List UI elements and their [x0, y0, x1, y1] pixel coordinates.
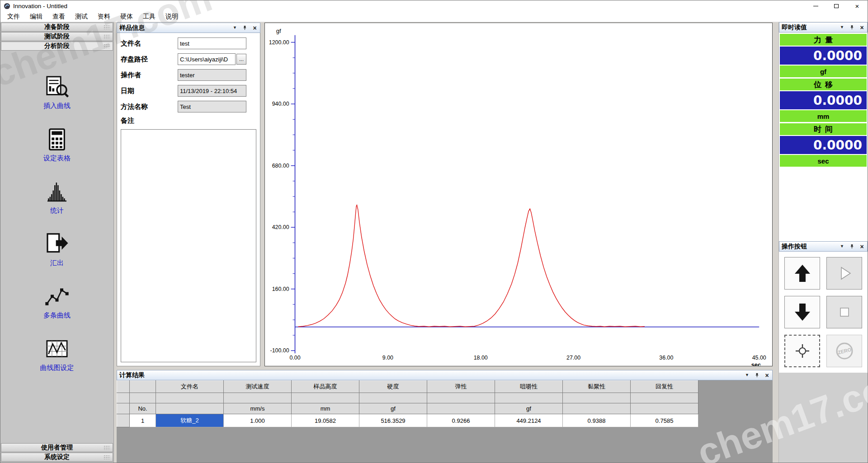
header-cell-height: 样品高度 — [292, 381, 359, 393]
sidebar: 准备阶段 测试阶段 分析阶段 插入曲线 — [0, 22, 114, 463]
chevron-down-icon[interactable]: ▼ — [839, 243, 845, 249]
sidebar-item-analysis-stage[interactable]: 分析阶段 — [1, 42, 113, 51]
table-setup-icon — [44, 126, 70, 152]
header-cell-file: 文件名 — [156, 381, 224, 393]
file-name-field[interactable] — [178, 37, 246, 49]
operator-field[interactable] — [178, 69, 246, 81]
close-icon[interactable]: × — [764, 372, 770, 378]
header-cell-cohesiveness: 黏聚性 — [563, 381, 631, 393]
field-row: 日期 — [121, 85, 256, 97]
table-setup-button[interactable]: 设定表格 — [43, 126, 71, 163]
file-name-label: 文件名 — [121, 39, 178, 48]
tool-label: 统计 — [50, 206, 64, 215]
tool-label: 插入曲线 — [43, 102, 71, 110]
results-table: 文件名 测试速度 样品高度 硬度 弹性 咀嚼性 黏聚性 回复性 — [117, 380, 698, 427]
panel-title: 计算结果 — [119, 371, 145, 379]
start-test-button[interactable] — [826, 257, 862, 290]
sidebar-item-system-settings[interactable]: 系统设定 — [1, 453, 113, 462]
insert-curve-button[interactable]: 插入曲线 — [43, 74, 71, 110]
close-button[interactable]: × — [847, 0, 868, 11]
panel-title: 操作按钮 — [782, 243, 807, 251]
resilience-cell[interactable]: 0.7585 — [631, 414, 698, 427]
analysis-tools: 插入曲线 设定表格 — [0, 51, 113, 443]
panel-header-controls: ▼ × — [232, 25, 258, 31]
header-cell-resilience: 回复性 — [631, 381, 698, 393]
notes-field[interactable] — [121, 129, 256, 362]
pin-icon[interactable] — [849, 243, 855, 249]
unit-cell: gf — [359, 403, 427, 414]
chewiness-cell[interactable]: 449.2124 — [495, 414, 563, 427]
save-path-field[interactable] — [178, 53, 236, 65]
pin-icon[interactable] — [849, 24, 855, 30]
springiness-cell[interactable]: 0.9266 — [427, 414, 495, 427]
menu-edit[interactable]: 编辑 — [25, 12, 47, 22]
curve-settings-button[interactable]: 曲线图设定 — [40, 336, 74, 372]
method-name-field[interactable] — [178, 101, 246, 112]
up-arrow-icon — [792, 262, 813, 284]
close-icon[interactable]: × — [859, 243, 865, 249]
stop-test-button[interactable] — [826, 296, 862, 328]
save-path-label: 存盘路径 — [121, 55, 178, 64]
header-cell — [495, 393, 563, 403]
svg-text:ZERO: ZERO — [837, 346, 852, 355]
header-cell — [130, 393, 156, 403]
pin-icon[interactable] — [754, 372, 760, 378]
chevron-down-icon[interactable]: ▼ — [839, 24, 845, 30]
file-name-cell[interactable]: 软糖_2 — [156, 414, 224, 427]
move-down-button[interactable] — [784, 296, 820, 328]
move-up-button[interactable] — [784, 257, 820, 290]
play-icon — [834, 262, 855, 284]
header-cell — [631, 393, 698, 403]
date-field[interactable] — [178, 85, 246, 97]
statistics-button[interactable]: 统计 — [44, 179, 70, 215]
ops-header: 操作按钮 ▼ × — [779, 241, 868, 252]
chevron-down-icon[interactable]: ▼ — [744, 372, 750, 378]
row-header-cell[interactable] — [117, 414, 130, 427]
close-icon[interactable]: × — [859, 24, 865, 30]
export-icon — [44, 231, 70, 257]
export-button[interactable]: 汇出 — [44, 231, 70, 267]
down-arrow-icon — [792, 301, 813, 323]
unit-cell: mm — [292, 403, 359, 414]
row-number-cell[interactable]: 1 — [130, 414, 156, 427]
svg-text:gf: gf — [276, 28, 281, 34]
sidebar-item-test-stage[interactable]: 测试阶段 — [1, 32, 113, 41]
menu-file[interactable]: 文件 — [2, 12, 25, 22]
curve-settings-icon — [44, 336, 70, 361]
spacer — [779, 168, 868, 241]
unit-cell — [631, 403, 698, 414]
main-area: 样品信息 ▼ × 文件名 — [116, 22, 776, 463]
field-row: 文件名 — [121, 37, 256, 49]
pin-icon[interactable] — [242, 25, 248, 31]
speed-cell[interactable]: 1.000 — [224, 414, 292, 427]
sidebar-item-user-management[interactable]: 使用者管理 — [1, 443, 113, 452]
cohesiveness-cell[interactable]: 0.9388 — [563, 414, 631, 427]
close-icon[interactable]: × — [252, 25, 258, 31]
hardness-cell[interactable]: 516.3529 — [359, 414, 427, 427]
chevron-down-icon[interactable]: ▼ — [232, 25, 238, 31]
menu-data[interactable]: 资料 — [93, 12, 115, 22]
minimize-icon — [813, 6, 818, 6]
maximize-button[interactable] — [826, 0, 847, 11]
sidebar-item-prepare-stage[interactable]: 准备阶段 — [1, 23, 113, 32]
multi-curve-button[interactable]: 多条曲线 — [43, 284, 71, 320]
menu-help[interactable]: 说明 — [160, 12, 183, 22]
home-position-button[interactable] — [784, 335, 820, 367]
minimize-button[interactable] — [805, 0, 826, 11]
menu-test[interactable]: 测试 — [70, 12, 93, 22]
force-chart: gf-100.00160.00420.00680.00940.001200.00… — [265, 23, 772, 366]
height-cell[interactable]: 19.0582 — [292, 414, 359, 427]
menu-tools[interactable]: 工具 — [138, 12, 160, 22]
readings-header: 即时读值 ▼ × — [779, 22, 868, 33]
svg-text:420.00: 420.00 — [272, 224, 289, 230]
zero-icon: ZERO — [834, 340, 855, 362]
menu-hardware[interactable]: 硬体 — [115, 12, 138, 22]
menu-view[interactable]: 查看 — [47, 12, 70, 22]
zero-button[interactable]: ZERO — [826, 335, 862, 367]
statistics-icon — [44, 179, 70, 204]
field-row: 备注 — [121, 117, 256, 125]
browse-button[interactable]: ... — [236, 54, 246, 65]
force-chart-panel: gf-100.00160.00420.00680.00940.001200.00… — [264, 23, 773, 366]
force-unit: gf — [780, 65, 867, 77]
svg-text:sec: sec — [751, 361, 761, 366]
